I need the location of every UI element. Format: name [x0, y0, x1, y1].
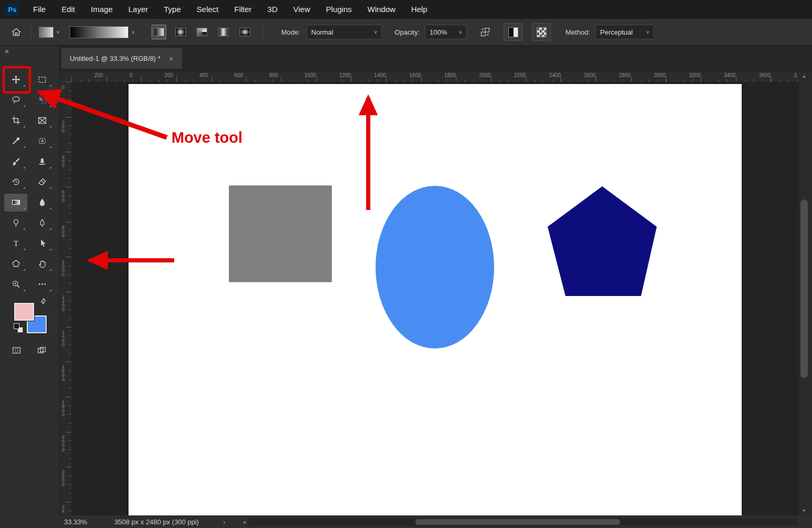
spot-healing-brush-tool[interactable]: [30, 132, 54, 150]
mode-value: Normal: [311, 28, 333, 36]
mode-select[interactable]: Normal ∨: [306, 25, 382, 39]
menu-bar: Ps FileEditImageLayerTypeSelectFilter3DV…: [0, 0, 812, 19]
scroll-left-icon[interactable]: ◂: [243, 519, 245, 525]
move-tool[interactable]: [4, 71, 27, 89]
canvas-pasteboard[interactable]: [71, 82, 798, 515]
close-tab-icon[interactable]: ×: [169, 54, 174, 63]
collapse-panel-button[interactable]: «: [5, 47, 9, 55]
gradient-radial-button[interactable]: [173, 25, 188, 39]
reflected-gradient-icon: [218, 28, 229, 36]
menu-window[interactable]: Window: [359, 0, 403, 19]
lasso-tool[interactable]: [4, 91, 27, 109]
foreground-color-swatch[interactable]: [14, 303, 34, 321]
tool-preset-picker[interactable]: ∨: [36, 25, 62, 40]
screen-mode-button[interactable]: [34, 343, 49, 357]
diamond-gradient-icon: [240, 28, 250, 36]
gradient-picker[interactable]: ∨: [70, 26, 135, 38]
document-tab-title: Untitled-1 @ 33.3% (RGB/8) *: [70, 55, 161, 62]
vertical-scrollbar[interactable]: ▴ ▾: [798, 71, 809, 515]
history-brush-tool[interactable]: [4, 173, 27, 191]
chevron-down-icon: ∨: [374, 29, 378, 35]
type-tool[interactable]: T: [4, 235, 27, 252]
hruler-label: 600: [234, 72, 243, 78]
mode-label: Mode:: [281, 28, 300, 36]
gradient-linear-button[interactable]: [152, 25, 166, 39]
vruler-label: 0: [60, 85, 66, 89]
eyedropper-tool[interactable]: [4, 132, 27, 150]
vertical-ruler: 02 0 04 0 06 0 08 0 01 0 0 01 2 0 01 4 0…: [59, 82, 71, 515]
eraser-tool[interactable]: [30, 173, 54, 191]
menu-select[interactable]: Select: [189, 0, 227, 19]
transparency-toggle-button[interactable]: [532, 23, 551, 41]
rectangular-marquee-tool[interactable]: [30, 71, 54, 89]
crop-tool[interactable]: [4, 112, 27, 130]
status-expand-icon[interactable]: ›: [223, 518, 225, 526]
opacity-label: Opacity:: [394, 28, 420, 36]
object-selection-tool[interactable]: [30, 91, 54, 109]
method-select[interactable]: Perceptual ∨: [595, 25, 654, 39]
horizontal-scroll-track[interactable]: [249, 518, 797, 526]
window-corner: [798, 515, 812, 528]
canvas-shapes: [129, 84, 742, 515]
transparency-checkerboard-icon: [537, 27, 547, 37]
document-canvas[interactable]: [129, 84, 742, 515]
gradient-reflected-button[interactable]: [216, 25, 231, 39]
hruler-label: 3000: [654, 72, 666, 78]
dodge-tool[interactable]: [4, 214, 27, 232]
edit-toolbar-button[interactable]: [30, 276, 54, 293]
horizontal-ruler: 2000200400600800100012001400160018002000…: [71, 71, 798, 82]
menu-edit[interactable]: Edit: [54, 0, 83, 19]
menu-3d[interactable]: 3D: [260, 0, 285, 19]
zoom-tool[interactable]: [4, 276, 27, 293]
menu-image[interactable]: Image: [83, 0, 121, 19]
menu-layer[interactable]: Layer: [121, 0, 156, 19]
hand-tool[interactable]: [30, 255, 54, 273]
opacity-select[interactable]: 100% ∨: [425, 25, 467, 39]
screen-mode-icon: [37, 346, 46, 355]
hruler-label: 1000: [304, 72, 316, 78]
home-button[interactable]: [7, 23, 25, 41]
menu-filter[interactable]: Filter: [227, 0, 260, 19]
gradient-angle-button[interactable]: [195, 25, 209, 39]
quick-mask-button[interactable]: [8, 343, 24, 357]
hruler-label: 3400: [724, 72, 735, 78]
gradient-tool[interactable]: [4, 194, 27, 212]
menu-view[interactable]: View: [285, 0, 318, 19]
hruler-label: 2400: [549, 72, 561, 78]
scroll-down-icon[interactable]: ▾: [799, 507, 809, 514]
menu-help[interactable]: Help: [403, 0, 435, 19]
menu-type[interactable]: Type: [156, 0, 189, 19]
shape-tool[interactable]: [4, 255, 27, 273]
default-colors-icon[interactable]: [14, 323, 23, 333]
gradient-reverse-button[interactable]: [476, 24, 494, 40]
frame-tool[interactable]: [30, 112, 54, 130]
vruler-label: 1 4 0 0: [60, 330, 66, 347]
hruler-label: 800: [269, 72, 278, 78]
panel-bottom-icons: [0, 341, 59, 362]
swap-colors-icon[interactable]: ⇄: [38, 296, 48, 305]
path-selection-tool[interactable]: [30, 235, 54, 252]
document-info[interactable]: 3508 px x 2480 px (300 ppi): [114, 518, 199, 526]
brush-tool[interactable]: [4, 153, 27, 171]
photoshop-logo[interactable]: Ps: [6, 3, 19, 16]
clone-stamp-tool[interactable]: [30, 153, 54, 171]
menu-file[interactable]: File: [25, 0, 54, 19]
hruler-label: 2800: [619, 72, 631, 78]
vruler-label: 2 2 0 0: [60, 470, 66, 487]
horizontal-scroll-thumb[interactable]: [415, 519, 620, 525]
gradient-diamond-button[interactable]: [238, 25, 252, 39]
hruler-label: 1400: [374, 72, 386, 78]
scroll-up-icon[interactable]: ▴: [799, 72, 809, 80]
zoom-level-field[interactable]: 33.33%: [64, 518, 97, 526]
vruler-label: 8 0 0: [60, 225, 66, 238]
hruler-label: 2600: [584, 72, 595, 78]
vertical-scroll-thumb[interactable]: [800, 199, 808, 378]
menu-plugins[interactable]: Plugins: [318, 0, 359, 19]
pen-tool[interactable]: [30, 214, 54, 232]
hruler-label: 2000: [479, 72, 490, 78]
blur-tool[interactable]: [30, 194, 54, 212]
document-tab[interactable]: Untitled-1 @ 33.3% (RGB/8) * ×: [61, 48, 182, 69]
hruler-label: 1800: [444, 72, 456, 78]
horizontal-scrollbar[interactable]: ◂: [243, 517, 797, 527]
dither-toggle-button[interactable]: [504, 23, 522, 41]
